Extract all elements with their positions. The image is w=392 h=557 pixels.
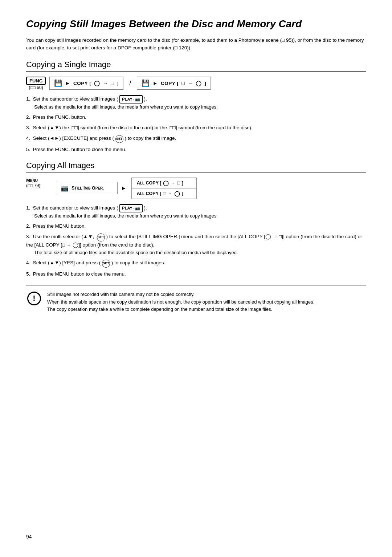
section2-steps: 1. Set the camcorder to view still image… [26,204,366,278]
chevron-right-icon1: ► [65,80,70,86]
disc-icon2: ◯ [196,80,202,86]
section1-steps: 1. Set the camcorder to view still image… [26,95,366,154]
step2-3: 3. Use the multi selector (▲▼, SET ) to … [26,233,366,256]
card-icon2: □ [181,80,185,86]
allcopy-close1: ] [182,180,183,186]
set-badge2: SET [97,233,105,241]
card-symbol2: 💾 [142,79,150,87]
section2-heading: Copying All Images [26,161,366,172]
page-number: 94 [26,534,32,540]
play-text: PLAY [122,96,132,102]
still-img-label: STILL IMG OPER. [72,186,104,191]
play-badge2: PLAY · 📷 [119,204,142,212]
allcopy-arrow2: → [168,191,172,196]
warning-line3: The copy operation may take a while to c… [47,306,272,312]
copy-label1: COPY [ [73,81,91,86]
allcopy-card2: □ [163,191,166,196]
allcopy-disc2: ◯ [174,191,180,196]
chevron-right-icon2: ► [153,80,158,86]
disc-card-symbol: 💾 [54,79,62,87]
allcopy-label1: ALL COPY [ [137,180,162,186]
disc-icon1: ◯ [94,80,100,86]
camera-sym: 📷 [135,96,140,102]
step1-2: 2. Press the FUNC. button. [26,114,366,121]
play-text2: PLAY [122,205,132,211]
func-ref: (□□ 60) [29,85,43,90]
step1-5: 5. Press the FUNC. button to close the m… [26,146,366,154]
step1-1-sub: Select as the media for the still images… [34,103,366,111]
still-img-icon: 📷 [61,184,69,192]
cam-sym2: 📷 [135,205,140,211]
step2-5: 5. Press the MENU button to close the me… [26,271,366,278]
allcopy-card1: □ [177,180,180,186]
step1-4: 4. Select (◄►) [EXECUTE] and press ( SET… [26,135,366,143]
allcopy-disc1: ◯ [163,180,169,186]
allcopy-disc-to-card: ALL COPY [ ◯ → □ ] [131,178,197,188]
menu-row: MENU (□□ 79) 📷 STILL IMG OPER. ► ALL COP… [26,178,366,199]
still-img-box: 📷 STILL IMG OPER. [56,182,118,194]
step1-1: 1. Set the camcorder to view still image… [26,95,366,111]
card-icon1: □ [111,80,114,86]
warning-text: Still images not recorded with this came… [47,291,314,313]
set-badge3: SET [102,260,110,268]
step2-1: 1. Set the camcorder to view still image… [26,204,366,220]
menu-label: MENU [26,178,51,183]
play-badge: PLAY · 📷 [119,95,142,103]
separator: / [129,80,131,87]
chevron-to-allcopy: ► [121,185,126,191]
func-label-col: FUNC (□□ 60) [26,77,46,90]
warning-line1: Still images not recorded with this came… [47,292,195,297]
copy-close2: ] [204,81,206,86]
allcopy-col: ALL COPY [ ◯ → □ ] ALL COPY [ □ → ◯ ] [131,178,197,199]
warning-line2: When the available space on the copy des… [47,299,314,305]
page-title: Copying Still Images Between the Disc an… [26,17,366,30]
allcopy-close2: ] [182,191,183,196]
intro-text: You can copy still images recorded on th… [26,37,366,52]
dot-sep2: · [133,205,134,211]
arrow-icon1: → [103,81,108,86]
func-row: FUNC (□□ 60) 💾 ► COPY [ ◯ → □ ] / 💾 ► CO… [26,77,366,90]
menu-step-box: 📷 STILL IMG OPER. ► ALL COPY [ ◯ → □ ] A… [56,178,197,199]
step2-4: 4. Select (▲▼) [YES] and press ( SET ) t… [26,259,366,268]
allcopy-card-to-disc: ALL COPY [ □ → ◯ ] [131,188,197,199]
section1-heading: Copying a Single Image [26,60,366,72]
warning-icon-wrap: ! [26,291,42,305]
warning-section: ! Still images not recorded with this ca… [26,285,366,313]
allcopy-label2: ALL COPY [ [137,191,162,196]
allcopy-arrow1: → [171,180,175,186]
step2-2: 2. Press the MENU button. [26,223,366,230]
step1-1-end: ). [144,96,147,102]
step2-3-sub: The total size of all image files and th… [34,249,366,256]
menu-label-col: MENU (□□ 79) [26,178,51,188]
dot-separator: · [133,96,134,102]
step1-3: 3. Select (▲▼) the [□□] symbol (from the… [26,124,366,132]
copy-diagram-disc-to-card: 💾 ► COPY [ ◯ → □ ] [49,77,123,90]
step1-1-num: 1. Set the camcorder to view still image… [26,96,118,102]
copy-diagram-card-to-disc: 💾 ► COPY [ □ → ◯ ] [137,77,211,90]
copy-label2: COPY [ [161,81,179,86]
warning-icon: ! [27,292,41,305]
step2-1-sub: Select as the media for the still images… [34,212,366,220]
arrow-icon2: → [188,81,193,86]
set-badge1: SET [115,135,123,143]
copy-close1: ] [117,81,119,86]
menu-ref: (□□ 79) [26,183,51,188]
func-box: FUNC [26,77,46,85]
